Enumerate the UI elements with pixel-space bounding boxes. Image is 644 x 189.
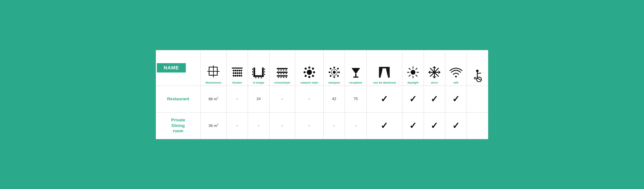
svg-line-78 xyxy=(409,68,410,69)
svg-rect-49 xyxy=(286,77,287,78)
col-reception: reception xyxy=(345,50,366,86)
private-dining-darkened: ✓ xyxy=(366,112,402,139)
svg-line-80 xyxy=(416,68,417,69)
svg-point-19 xyxy=(234,75,236,76)
schoolstyle-icon xyxy=(276,66,288,80)
private-dining-banquet: - xyxy=(324,112,345,139)
svg-point-67 xyxy=(330,75,331,77)
svg-marker-5 xyxy=(213,65,214,66)
restaurant-theatre: - xyxy=(226,86,248,112)
private-dining-reception: - xyxy=(345,112,366,139)
svg-point-18 xyxy=(232,75,234,76)
private-dining-accessible xyxy=(467,112,488,139)
svg-rect-35 xyxy=(277,68,288,69)
svg-line-99 xyxy=(477,78,480,80)
restaurant-reception: 75 xyxy=(345,86,366,112)
svg-rect-38 xyxy=(278,70,279,70)
col-airco: airco xyxy=(424,50,445,86)
svg-marker-2 xyxy=(207,71,208,72)
svg-point-52 xyxy=(308,76,310,78)
svg-point-9 xyxy=(234,70,236,71)
svg-point-57 xyxy=(305,75,307,77)
restaurant-wifi: ✓ xyxy=(445,86,467,112)
svg-marker-3 xyxy=(219,71,220,72)
svg-line-81 xyxy=(409,75,410,76)
svg-rect-43 xyxy=(280,73,282,74)
svg-point-61 xyxy=(333,66,335,68)
svg-rect-71 xyxy=(353,76,358,78)
row-restaurant: Restaurant 88 m2 - 24 - - 42 xyxy=(156,86,488,112)
svg-point-15 xyxy=(236,72,238,74)
svg-rect-29 xyxy=(264,68,265,70)
svg-point-68 xyxy=(337,75,339,77)
svg-line-79 xyxy=(416,75,417,76)
svg-rect-7 xyxy=(232,67,242,68)
svg-point-11 xyxy=(238,70,240,71)
dimensions-icon xyxy=(207,65,220,80)
restaurant-accessible xyxy=(467,86,488,112)
ushape-icon xyxy=(252,66,265,80)
svg-rect-32 xyxy=(255,77,256,78)
svg-point-73 xyxy=(410,70,415,74)
svg-rect-72 xyxy=(379,67,390,68)
banquet-icon xyxy=(328,66,341,80)
restaurant-ushape: 24 xyxy=(248,86,269,112)
theatre-label: theatre xyxy=(232,81,242,84)
svg-point-54 xyxy=(313,71,315,73)
theatre-icon xyxy=(231,66,244,80)
svg-point-16 xyxy=(238,72,240,74)
wifi-label: wifi xyxy=(454,81,458,84)
svg-point-65 xyxy=(330,68,331,69)
svg-point-62 xyxy=(333,76,335,78)
private-dining-airco: ✓ xyxy=(424,112,445,139)
private-dining-theatre: - xyxy=(226,112,248,139)
svg-point-53 xyxy=(304,71,306,73)
private-dining-name: Private Dining room xyxy=(156,112,200,139)
svg-rect-28 xyxy=(252,74,253,75)
svg-rect-40 xyxy=(283,70,284,70)
ushape-label: U-shape xyxy=(253,81,264,84)
svg-rect-42 xyxy=(278,73,279,74)
svg-rect-34 xyxy=(261,77,262,78)
darkened-label: can be darkened xyxy=(373,81,396,84)
svg-point-94 xyxy=(455,76,457,77)
reception-icon xyxy=(349,66,362,80)
restaurant-banquet: 42 xyxy=(324,86,345,112)
svg-point-64 xyxy=(338,71,340,73)
wifi-icon xyxy=(450,66,462,80)
restaurant-airco: ✓ xyxy=(424,86,445,112)
svg-point-51 xyxy=(308,66,310,68)
private-dining-cabaret: - xyxy=(295,112,323,139)
name-header: NAME xyxy=(156,50,200,86)
svg-rect-31 xyxy=(264,74,265,75)
col-dimensions: dimensions xyxy=(200,50,226,86)
restaurant-daylight: ✓ xyxy=(402,86,424,112)
svg-point-14 xyxy=(234,72,236,74)
cabaret-label: cabaret style xyxy=(300,81,318,84)
svg-point-66 xyxy=(337,68,339,69)
svg-point-17 xyxy=(240,72,242,74)
svg-rect-30 xyxy=(264,71,265,72)
svg-rect-37 xyxy=(277,75,288,76)
svg-rect-45 xyxy=(286,73,287,74)
svg-point-58 xyxy=(312,75,314,77)
private-dining-schoolstyle: - xyxy=(269,112,295,139)
col-cabaret: cabaret style xyxy=(295,50,323,86)
daylight-label: daylight xyxy=(408,81,418,84)
svg-line-97 xyxy=(477,73,481,73)
restaurant-dimensions: 88 m2 xyxy=(200,86,226,112)
col-daylight: daylight xyxy=(402,50,424,86)
svg-rect-41 xyxy=(286,70,287,70)
svg-point-12 xyxy=(240,70,242,71)
col-ushape: U-shape xyxy=(248,50,269,86)
svg-point-20 xyxy=(236,75,238,76)
col-accessible xyxy=(467,50,488,86)
svg-point-50 xyxy=(307,70,312,75)
restaurant-schoolstyle: - xyxy=(269,86,295,112)
private-dining-ushape: - xyxy=(248,112,269,139)
svg-point-60 xyxy=(333,71,336,74)
svg-rect-26 xyxy=(252,68,253,70)
svg-rect-46 xyxy=(278,77,279,78)
restaurant-name: Restaurant xyxy=(156,86,200,112)
private-dining-wifi: ✓ xyxy=(445,112,467,139)
